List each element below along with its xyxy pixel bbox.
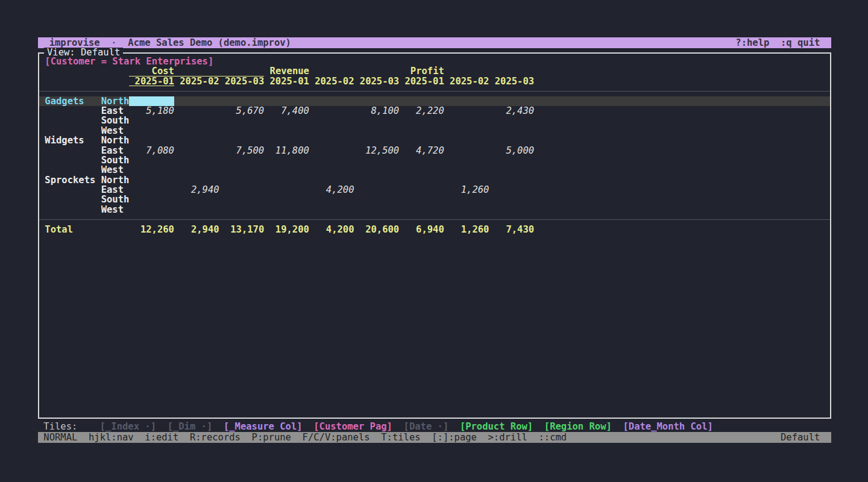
table-cell[interactable] — [129, 205, 174, 214]
table-cell[interactable] — [354, 175, 400, 185]
column-header[interactable]: 2025-03 — [219, 77, 265, 86]
table-cell[interactable] — [309, 126, 354, 136]
table-cell[interactable] — [129, 116, 174, 125]
table-cell[interactable] — [264, 96, 309, 106]
table-row[interactable]: South — [39, 195, 830, 204]
table-cell[interactable] — [219, 175, 265, 185]
table-cell[interactable] — [354, 126, 400, 136]
table-cell[interactable] — [354, 155, 400, 165]
column-header[interactable]: 2025-02 — [174, 77, 219, 86]
table-cell[interactable] — [219, 126, 265, 136]
table-cell[interactable]: 1,260 — [444, 185, 489, 195]
table-cell[interactable] — [399, 195, 444, 204]
tile-region[interactable]: [Region Row] — [544, 422, 612, 432]
table-cell[interactable] — [219, 195, 265, 204]
table-cell[interactable] — [129, 126, 174, 136]
table-cell[interactable]: 8,100 — [354, 106, 400, 116]
column-header-selected[interactable]: 2025-01 — [129, 77, 174, 86]
table-cell[interactable] — [309, 106, 354, 116]
table-cell[interactable]: 11,800 — [264, 146, 309, 155]
table-cell[interactable] — [264, 136, 309, 145]
table-cell[interactable] — [309, 136, 354, 145]
table-cell[interactable] — [129, 185, 174, 195]
table-cell[interactable] — [174, 96, 219, 106]
table-cell[interactable] — [444, 136, 489, 145]
table-cell[interactable] — [264, 126, 309, 136]
table-cell[interactable]: 4,720 — [399, 146, 444, 155]
table-cell[interactable] — [309, 146, 354, 155]
tile-dim[interactable]: [_Dim ·] — [168, 422, 213, 432]
table-cell[interactable]: 5,000 — [489, 146, 534, 155]
table-cell[interactable]: 7,080 — [129, 146, 174, 155]
table-cell[interactable] — [309, 155, 354, 165]
table-cell[interactable] — [309, 116, 354, 125]
table-cell[interactable] — [309, 175, 354, 185]
table-cell[interactable]: 5,670 — [219, 106, 265, 116]
table-cell[interactable]: 12,500 — [354, 146, 400, 155]
table-row[interactable]: West — [39, 165, 830, 175]
table-cell[interactable] — [309, 195, 354, 204]
table-row[interactable]: South — [39, 116, 830, 125]
table-cell[interactable] — [354, 165, 400, 175]
table-cell[interactable] — [444, 155, 489, 165]
table-cell[interactable] — [264, 205, 309, 214]
table-cell[interactable] — [444, 195, 489, 204]
table-cell[interactable] — [219, 116, 265, 125]
table-row-selected[interactable]: Gadgets North — [39, 96, 830, 106]
table-cell[interactable] — [399, 205, 444, 214]
table-row[interactable]: East 5,180 5,670 7,400 8,100 2,220 2,430 — [39, 106, 830, 116]
table-cell[interactable] — [174, 195, 219, 204]
tile-index[interactable]: [_Index ·] — [100, 422, 156, 432]
table-cell[interactable] — [219, 136, 265, 145]
table-cell[interactable] — [219, 185, 265, 195]
table-cell[interactable] — [219, 165, 265, 175]
table-cell[interactable] — [354, 185, 400, 195]
table-cell[interactable] — [354, 195, 400, 204]
table-cell[interactable] — [219, 155, 265, 165]
cursor-cell[interactable] — [129, 96, 174, 106]
table-cell[interactable]: 7,400 — [264, 106, 309, 116]
table-cell[interactable] — [264, 155, 309, 165]
table-cell[interactable] — [309, 96, 354, 106]
table-cell[interactable] — [489, 126, 534, 136]
column-header[interactable]: 2025-02 — [309, 77, 354, 86]
table-cell[interactable] — [444, 126, 489, 136]
table-cell[interactable] — [129, 175, 174, 185]
table-cell[interactable] — [399, 116, 444, 125]
measure-group-profit[interactable]: Profit — [399, 66, 534, 76]
table-cell[interactable] — [174, 136, 219, 145]
table-cell[interactable] — [174, 175, 219, 185]
table-cell[interactable] — [444, 175, 489, 185]
column-header[interactable]: 2025-03 — [489, 77, 534, 86]
table-cell[interactable] — [174, 106, 219, 116]
table-cell[interactable] — [219, 96, 265, 106]
table-cell[interactable] — [264, 175, 309, 185]
table-row[interactable]: West — [39, 205, 830, 214]
table-cell[interactable] — [399, 155, 444, 165]
table-cell[interactable] — [444, 106, 489, 116]
column-header[interactable]: 2025-01 — [399, 77, 444, 86]
table-cell[interactable] — [174, 205, 219, 214]
table-cell[interactable] — [309, 165, 354, 175]
table-cell[interactable] — [489, 165, 534, 175]
column-header[interactable]: 2025-01 — [264, 77, 309, 86]
column-header[interactable]: 2025-02 — [444, 77, 489, 86]
table-cell[interactable] — [399, 96, 444, 106]
table-cell[interactable] — [444, 205, 489, 214]
table-cell[interactable] — [174, 126, 219, 136]
column-header[interactable]: 2025-03 — [354, 77, 400, 86]
table-cell[interactable] — [129, 195, 174, 204]
table-cell[interactable]: 2,220 — [399, 106, 444, 116]
table-cell[interactable] — [399, 136, 444, 145]
table-cell[interactable] — [444, 96, 489, 106]
tile-measure[interactable]: [_Measure Col] — [224, 422, 303, 432]
tile-product[interactable]: [Product Row] — [460, 422, 533, 432]
table-cell[interactable] — [174, 155, 219, 165]
table-cell[interactable] — [354, 96, 400, 106]
table-cell[interactable]: 2,430 — [489, 106, 534, 116]
table-cell[interactable] — [219, 205, 265, 214]
table-cell[interactable] — [489, 96, 534, 106]
table-cell[interactable] — [174, 116, 219, 125]
measure-group-revenue[interactable]: Revenue — [264, 66, 399, 76]
table-cell[interactable] — [489, 136, 534, 145]
